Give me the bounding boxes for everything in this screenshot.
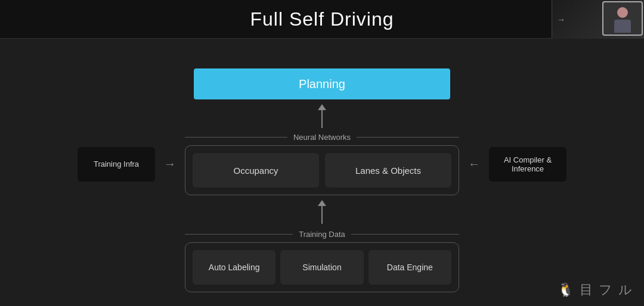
arrow-left-icon: ← (468, 157, 480, 171)
arrow-shaft-2 (321, 206, 323, 224)
nn-lanes-label: Lanes & Objects (355, 166, 421, 176)
td-autolabeling-label: Auto Labeling (209, 263, 260, 272)
thumbnail-box (602, 1, 643, 36)
td-dataengine-label: Data Engine (387, 263, 433, 272)
td-label-row: Training Data (185, 230, 459, 239)
arrow-planning-to-nn (318, 104, 326, 128)
back-icon: フ (599, 281, 612, 299)
person-head (617, 7, 628, 18)
td-simulation-label: Simulation (302, 263, 341, 272)
td-label: Training Data (293, 230, 351, 239)
arrow-td-to-nn (318, 200, 326, 224)
nn-label-line-left (185, 137, 287, 138)
person-body (614, 20, 631, 33)
forward-icon: ル (618, 281, 632, 299)
arrow-shaft-1 (321, 110, 323, 128)
training-data-box: Auto Labeling Simulation Data Engine (185, 242, 459, 292)
thumbnail-panel: → upancy (552, 0, 644, 39)
diagram-wrapper: Planning Training Infra → Neural Network… (0, 51, 644, 306)
nn-occupancy-label: Occupancy (233, 166, 278, 176)
nn-label-row: Neural Networks (185, 133, 459, 142)
neural-networks-box: Occupancy Lanes & Objects (185, 145, 459, 195)
ai-compiler-label: AI Compiler & Inference (489, 155, 566, 173)
page-title: Full Self Driving (250, 8, 394, 30)
top-bar: Full Self Driving → upancy (0, 0, 644, 39)
thumbnail-arrow-icon: → (557, 15, 565, 24)
arrow-head-up-1 (318, 104, 326, 110)
nn-item-lanes: Lanes & Objects (325, 153, 451, 188)
arrow-right-icon: → (164, 157, 176, 171)
nn-row: Training Infra → Neural Networks Occupan… (78, 133, 566, 195)
td-item-simulation: Simulation (280, 250, 363, 285)
td-label-line-right (351, 234, 459, 235)
arrow-head-up-2 (318, 200, 326, 206)
nn-label: Neural Networks (287, 133, 357, 142)
main-area: Planning Training Infra → Neural Network… (0, 39, 644, 306)
thumbnail-inner: → upancy (552, 0, 644, 39)
td-item-autolabeling: Auto Labeling (193, 250, 275, 285)
td-item-dataengine: Data Engine (369, 250, 451, 285)
td-label-line-left (185, 234, 293, 235)
ai-compiler-box: AI Compiler & Inference (489, 147, 566, 182)
nn-label-line-right (357, 137, 459, 138)
bottom-icons: 🐧 目 フ ル (558, 281, 632, 299)
nn-item-occupancy: Occupancy (193, 153, 319, 188)
nn-wrapper: Neural Networks Occupancy Lanes & Object… (185, 133, 459, 195)
planning-box: Planning (194, 68, 450, 99)
menu-icon: 目 (580, 281, 593, 299)
training-data-container: Training Data Auto Labeling Simulation D… (185, 230, 459, 292)
training-infra-box: Training Infra (78, 147, 155, 182)
training-infra-label: Training Infra (94, 160, 139, 168)
planning-label: Planning (299, 77, 345, 91)
wechat-icon: 🐧 (558, 282, 574, 298)
